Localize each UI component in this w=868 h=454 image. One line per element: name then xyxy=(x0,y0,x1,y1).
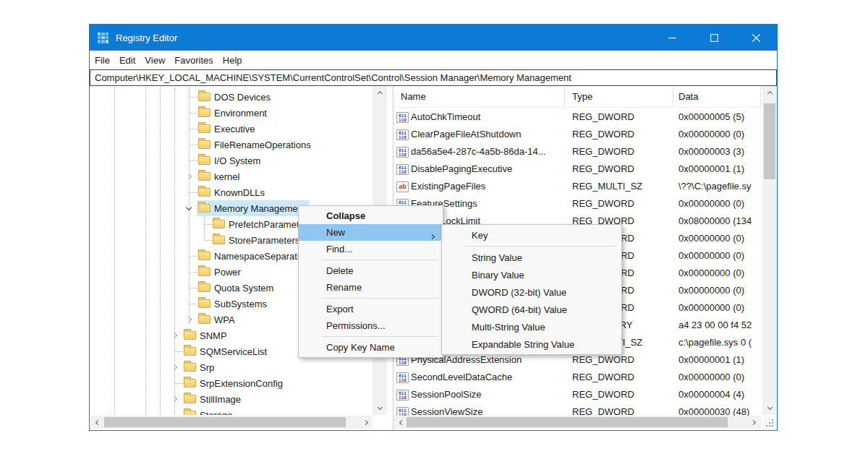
tree-item-knowndlls[interactable]: KnownDLLs xyxy=(90,184,373,200)
registry-value-row[interactable]: abExistingPageFilesREG_MULTI_SZ\??\C:\pa… xyxy=(393,178,762,195)
menubar-item-favorites[interactable]: Favorites xyxy=(174,55,213,66)
folder-icon xyxy=(213,236,225,244)
tree-item-label: Power xyxy=(214,267,241,278)
value-data: 0x00000000 (0) xyxy=(678,282,761,299)
context-menu-item-rename[interactable]: Rename xyxy=(299,279,443,296)
maximize-icon xyxy=(710,34,718,42)
folder-icon xyxy=(198,252,210,260)
tree-expander-icon[interactable] xyxy=(183,314,195,325)
registry-value-row[interactable]: 011110da56a5e4-287c-4a5b-86da-14...REG_D… xyxy=(393,143,762,160)
context-menu-item-export[interactable]: Export xyxy=(299,301,443,317)
tree-item-executive[interactable]: Executive xyxy=(90,121,373,137)
context-menu-item-permissions[interactable]: Permissions... xyxy=(299,317,443,334)
tree-item-i-o-system[interactable]: I/O System xyxy=(90,153,373,168)
value-data: 0x00000000 (0) xyxy=(678,299,761,317)
values-horizontal-scrollbar[interactable] xyxy=(393,416,761,429)
value-type: REG_DWORD xyxy=(572,386,672,403)
dword-value-icon: 011110 xyxy=(396,372,409,383)
tree-item-label: WPA xyxy=(214,314,235,325)
scroll-down-button[interactable] xyxy=(374,402,386,414)
scrollbar-thumb[interactable] xyxy=(407,417,728,427)
submenu-item-qword-64-bit-value[interactable]: QWORD (64-bit) Value xyxy=(442,301,621,318)
column-header-name[interactable]: Name xyxy=(401,86,426,108)
tree-item-dos-devices[interactable]: DOS Devices xyxy=(90,89,373,105)
submenu-item-binary-value[interactable]: Binary Value xyxy=(442,266,621,283)
maximize-button[interactable] xyxy=(693,25,735,51)
submenu-item-string-value[interactable]: String Value xyxy=(442,249,621,266)
column-header-data[interactable]: Data xyxy=(678,86,698,108)
address-bar[interactable]: Computer\HKEY_LOCAL_MACHINE\SYSTEM\Curre… xyxy=(90,69,777,86)
new-submenu: KeyString ValueBinary ValueDWORD (32-bit… xyxy=(441,224,622,355)
tree-item-label: Environment xyxy=(214,108,267,119)
title-bar: Registry Editor xyxy=(90,25,777,51)
registry-editor-icon xyxy=(98,33,109,43)
registry-editor-window: Registry Editor FileEditViewFavoritesHel… xyxy=(89,24,778,431)
tree-item-srp[interactable]: Srp xyxy=(90,359,373,375)
context-menu-item-find[interactable]: Find... xyxy=(299,241,443,257)
submenu-item-dword-32-bit-value[interactable]: DWORD (32-bit) Value xyxy=(442,283,621,301)
minimize-button[interactable] xyxy=(651,25,693,51)
main-area: DOS DevicesEnvironmentExecutiveFileRenam… xyxy=(90,86,777,430)
value-data: 0x00000000 (0) xyxy=(678,126,761,143)
scroll-right-button[interactable] xyxy=(360,416,372,428)
context-menu-item-copy-key-name[interactable]: Copy Key Name xyxy=(299,339,443,356)
value-name: SessionPoolSize xyxy=(411,386,563,403)
tree-item-srpextensionconfig[interactable]: SrpExtensionConfig xyxy=(90,375,373,391)
scroll-left-button[interactable] xyxy=(395,416,407,428)
scroll-up-button[interactable] xyxy=(374,87,386,98)
tree-item-kernel[interactable]: kernel xyxy=(90,168,373,184)
menu-separator xyxy=(465,246,617,247)
menu-separator xyxy=(322,336,438,337)
tree-item-label: Storage xyxy=(200,410,233,416)
context-menu-item-collapse[interactable]: Collapse xyxy=(299,207,443,224)
value-type: REG_DWORD xyxy=(572,143,672,160)
folder-icon xyxy=(198,93,210,101)
column-header-type[interactable]: Type xyxy=(572,86,592,108)
value-name: SecondLevelDataCache xyxy=(411,369,563,386)
tree-item-label: SrpExtensionConfig xyxy=(200,378,283,389)
resize-grip[interactable] xyxy=(762,417,777,430)
registry-value-row[interactable]: 011110AutoChkTimeoutREG_DWORD0x00000005 … xyxy=(393,108,762,126)
tree-item-filerenameoperations[interactable]: FileRenameOperations xyxy=(90,137,373,153)
tree-item-environment[interactable]: Environment xyxy=(90,105,373,121)
folder-icon xyxy=(198,188,210,197)
registry-value-row[interactable]: 011110SessionPoolSizeREG_DWORD0x00000004… xyxy=(393,386,762,403)
tree-item-label: kernel xyxy=(214,171,239,182)
tree-item-label: SubSystems xyxy=(214,299,267,309)
dword-value-icon: 011110 xyxy=(396,390,409,401)
tree-expander-icon[interactable] xyxy=(169,393,180,405)
scroll-right-button[interactable] xyxy=(748,416,760,428)
submenu-item-multi-string-value[interactable]: Multi-String Value xyxy=(442,318,621,335)
folder-icon xyxy=(198,172,210,181)
tree-expander-icon[interactable] xyxy=(169,361,180,373)
scroll-left-button[interactable] xyxy=(91,416,103,428)
scrollbar-thumb[interactable] xyxy=(104,417,346,427)
tree-expander-icon[interactable] xyxy=(183,202,195,214)
registry-value-row[interactable]: 011110FeatureSettingsREG_DWORD0x00000000… xyxy=(393,195,762,213)
menu-separator xyxy=(322,298,438,299)
menubar-item-view[interactable]: View xyxy=(145,55,165,66)
tree-expander-icon[interactable] xyxy=(169,330,180,341)
menubar-item-edit[interactable]: Edit xyxy=(119,55,135,66)
close-button[interactable] xyxy=(735,25,777,51)
tree-item-stillimage[interactable]: StillImage xyxy=(90,391,373,407)
tree-horizontal-scrollbar[interactable] xyxy=(91,416,372,429)
menubar-item-file[interactable]: File xyxy=(95,55,110,66)
registry-value-row[interactable]: 011110DisablePagingExecutiveREG_DWORD0x0… xyxy=(393,160,762,178)
registry-value-row[interactable]: 011110ClearPageFileAtShutdownREG_DWORD0x… xyxy=(393,126,762,143)
value-data: 0x00000000 (0) xyxy=(678,230,761,247)
context-menu-item-delete[interactable]: Delete xyxy=(299,262,443,279)
registry-value-row[interactable]: 011110SecondLevelDataCacheREG_DWORD0x000… xyxy=(393,369,762,386)
value-data: 0x00000003 (3) xyxy=(678,143,761,160)
context-menu-item-new[interactable]: New xyxy=(299,224,443,241)
tree-item-storage[interactable]: Storage xyxy=(90,407,373,415)
scrollbar-thumb[interactable] xyxy=(764,103,775,179)
values-vertical-scrollbar[interactable] xyxy=(762,86,777,415)
menubar-item-help[interactable]: Help xyxy=(223,55,242,66)
scroll-down-button[interactable] xyxy=(764,402,775,414)
scroll-up-button[interactable] xyxy=(764,87,775,98)
tree-item-label: SNMP xyxy=(200,330,227,341)
submenu-item-key[interactable]: Key xyxy=(442,226,621,244)
tree-expander-icon[interactable] xyxy=(183,171,195,182)
submenu-item-expandable-string-value[interactable]: Expandable String Value xyxy=(442,335,621,353)
